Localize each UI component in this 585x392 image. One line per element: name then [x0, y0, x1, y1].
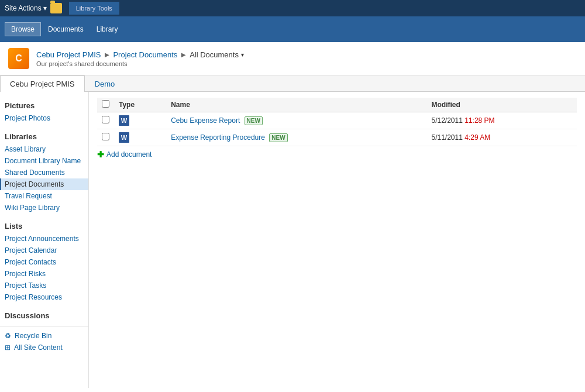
sidebar-item-project-photos[interactable]: Project Photos: [0, 112, 88, 124]
discussions-section-title: Discussions: [0, 307, 88, 322]
select-all-checkbox[interactable]: [102, 100, 109, 108]
breadcrumb-current-label: All Documents: [190, 50, 239, 59]
sidebar-item-shared-documents[interactable]: Shared Documents: [0, 167, 88, 178]
recycle-bin-icon: ♻: [5, 332, 11, 340]
sidebar-item-asset-library[interactable]: Asset Library: [0, 143, 88, 155]
word-doc-icon-2: [119, 132, 129, 143]
page-subtitle: Our project's shared documents: [36, 60, 244, 67]
libraries-section-title: Libraries: [0, 128, 88, 143]
ribbon-row2: Browse Documents Library: [0, 16, 585, 42]
row2-checkbox-cell: [97, 129, 114, 146]
sidebar-item-project-tasks[interactable]: Project Tasks: [0, 280, 88, 291]
sidebar-item-recycle-bin[interactable]: ♻ Recycle Bin: [0, 330, 88, 342]
add-document-row[interactable]: ✚ Add document: [97, 146, 577, 163]
sidebar-item-project-documents[interactable]: Project Documents: [0, 178, 88, 190]
tab-demo[interactable]: Demo: [85, 75, 125, 92]
ribbon-row1: Site Actions ▾ Library Tools: [0, 0, 585, 16]
row2-checkbox[interactable]: [102, 133, 109, 140]
breadcrumb-home[interactable]: Cebu Project PMIS: [36, 50, 101, 59]
tab-cebu-label: Cebu Project PMIS: [10, 80, 75, 88]
word-doc-icon: [119, 115, 129, 126]
sidebar-item-project-resources[interactable]: Project Resources: [0, 291, 88, 303]
row1-checkbox-cell: [97, 112, 114, 129]
browse-tab-button[interactable]: Browse: [5, 22, 41, 36]
row2-name-cell: Expense Reporting Procedure NEW: [166, 129, 426, 146]
sidebar-item-project-risks[interactable]: Project Risks: [0, 268, 88, 280]
lists-section-title: Lists: [0, 217, 88, 233]
sidebar-section-lists: Lists Project Announcements Project Cale…: [0, 217, 88, 303]
row1-type-cell: [114, 112, 166, 129]
folder-icon[interactable]: [50, 3, 62, 13]
tab-demo-label: Demo: [95, 80, 115, 88]
breadcrumb: Cebu Project PMIS ► Project Documents ► …: [36, 50, 244, 59]
col-header-checkbox: [97, 98, 114, 112]
table-row: Expense Reporting Procedure NEW 5/11/201…: [97, 129, 577, 146]
tab-cebu-project[interactable]: Cebu Project PMIS: [0, 75, 85, 92]
add-document-label: Add document: [106, 150, 152, 159]
col-header-modified: Modified: [426, 98, 577, 112]
row2-type-cell: [114, 129, 166, 146]
col-header-type: Type: [114, 98, 166, 112]
sidebar-section-pictures: Pictures Project Photos: [0, 97, 88, 124]
documents-table: Type Name Modified Cebu Expense Report N…: [97, 98, 577, 146]
row1-doc-link[interactable]: Cebu Expense Report: [171, 116, 240, 125]
page-header: C Cebu Project PMIS ► Project Documents …: [0, 42, 585, 75]
library-tab-button[interactable]: Library: [91, 23, 124, 36]
all-site-content-icon: ⊞: [5, 343, 11, 352]
row1-new-badge: NEW: [245, 116, 263, 125]
documents-tab-button[interactable]: Documents: [42, 23, 90, 36]
breadcrumb-dropdown-icon[interactable]: ▾: [241, 51, 244, 58]
breadcrumb-project-docs[interactable]: Project Documents: [113, 50, 177, 59]
row1-name-cell: Cebu Expense Report NEW: [166, 112, 426, 129]
site-actions-button[interactable]: Site Actions ▾: [5, 4, 47, 12]
main-layout: Pictures Project Photos Libraries Asset …: [0, 92, 585, 388]
row1-modified-cell: 5/12/2011 11:28 PM: [426, 112, 577, 129]
breadcrumb-sep-2: ►: [180, 50, 187, 59]
site-actions-area: Site Actions ▾: [0, 3, 67, 13]
site-actions-label: Site Actions: [5, 4, 42, 12]
breadcrumb-current: All Documents ▾: [190, 50, 244, 59]
library-tools-tab: Library Tools: [69, 2, 119, 15]
browse-label: Browse: [11, 25, 35, 33]
row1-checkbox[interactable]: [102, 116, 109, 123]
sidebar-item-project-announcements[interactable]: Project Announcements: [0, 233, 88, 245]
row2-doc-link[interactable]: Expense Reporting Procedure: [171, 133, 265, 142]
sidebar-item-all-site-content[interactable]: ⊞ All Site Content: [0, 342, 88, 353]
site-actions-arrow: ▾: [43, 4, 47, 12]
row2-modified-date: 5/11/2011: [431, 133, 464, 142]
table-row: Cebu Expense Report NEW 5/12/2011 11:28 …: [97, 112, 577, 129]
col-header-name: Name: [166, 98, 426, 112]
row2-modified-cell: 5/11/2011 4:29 AM: [426, 129, 577, 146]
breadcrumb-area: Cebu Project PMIS ► Project Documents ► …: [36, 50, 244, 67]
sidebar-item-travel-request[interactable]: Travel Request: [0, 190, 88, 202]
logo-letter: C: [15, 53, 22, 64]
recycle-bin-label: Recycle Bin: [15, 332, 51, 340]
sidebar-section-discussions: Discussions: [0, 307, 88, 322]
breadcrumb-sep-1: ►: [104, 50, 111, 59]
library-label: Library: [97, 25, 118, 33]
ribbon: Site Actions ▾ Library Tools Browse Docu…: [0, 0, 585, 42]
row2-modified-time: 4:29 AM: [464, 133, 490, 142]
pictures-section-title: Pictures: [0, 97, 88, 112]
sidebar-item-project-calendar[interactable]: Project Calendar: [0, 245, 88, 256]
content-area: Type Name Modified Cebu Expense Report N…: [89, 92, 585, 388]
sidebar-section-libraries: Libraries Asset Library Document Library…: [0, 128, 88, 214]
sidebar-bottom: ♻ Recycle Bin ⊞ All Site Content: [0, 326, 88, 353]
sidebar: Pictures Project Photos Libraries Asset …: [0, 92, 89, 388]
row2-new-badge: NEW: [269, 133, 287, 142]
sidebar-item-wiki-page-library[interactable]: Wiki Page Library: [0, 202, 88, 214]
content-tabs: Cebu Project PMIS Demo: [0, 75, 585, 92]
documents-label: Documents: [48, 25, 84, 33]
add-document-icon: ✚: [97, 150, 104, 159]
row1-modified-date: 5/12/2011: [431, 116, 464, 125]
sidebar-item-document-library-name[interactable]: Document Library Name: [0, 155, 88, 167]
all-site-content-label: All Site Content: [14, 343, 63, 352]
site-logo: C: [8, 48, 29, 69]
sidebar-item-project-contacts[interactable]: Project Contacts: [0, 256, 88, 268]
library-tools-label: Library Tools: [76, 5, 112, 12]
row1-modified-time: 11:28 PM: [464, 116, 494, 125]
